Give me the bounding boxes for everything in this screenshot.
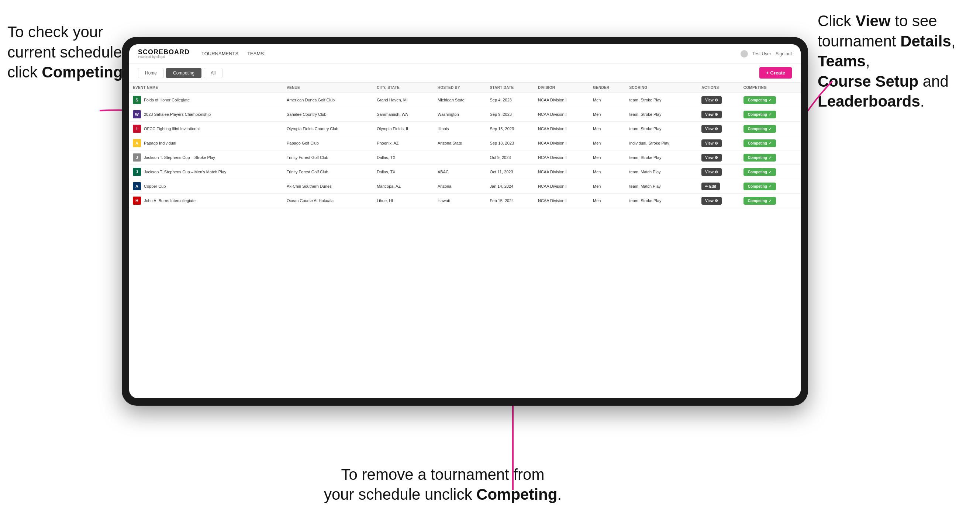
event-name: Folds of Honor Collegiate	[144, 98, 190, 102]
view-button[interactable]: View ⚙	[702, 140, 721, 147]
table-row: J Jackson T. Stephens Cup – Men's Match …	[129, 165, 801, 179]
competing-button[interactable]: Competing	[743, 125, 776, 133]
competing-button[interactable]: Competing	[743, 183, 776, 190]
competing-button[interactable]: Competing	[743, 96, 776, 104]
filter-bar: Home Competing All + Create	[129, 63, 801, 83]
nav-user-name: Test User	[752, 51, 771, 56]
view-button[interactable]: View ⚙	[702, 125, 721, 133]
col-gender: GENDER	[589, 83, 626, 93]
tournaments-table: EVENT NAME VENUE CITY, STATE HOSTED BY S…	[129, 83, 801, 208]
col-city-state: CITY, STATE	[373, 83, 434, 93]
table-row: A Copper Cup Ak-Chin Southern DunesMaric…	[129, 179, 801, 194]
annotation-topleft: To check your current schedule, click Co…	[7, 22, 133, 83]
table-row: W 2023 Sahalee Players Championship Saha…	[129, 107, 801, 122]
competing-button[interactable]: Competing	[743, 168, 776, 176]
table-row: J Jackson T. Stephens Cup – Stroke Play …	[129, 151, 801, 165]
event-name: Copper Cup	[144, 184, 165, 189]
scoreboard-logo: SCOREBOARD Powered by clippd	[138, 49, 190, 59]
table-row: S Folds of Honor Collegiate American Dun…	[129, 93, 801, 107]
table-container[interactable]: EVENT NAME VENUE CITY, STATE HOSTED BY S…	[129, 83, 801, 398]
table-row: H John A. Burns Intercollegiate Ocean Co…	[129, 194, 801, 208]
event-name: Papago Individual	[144, 141, 176, 145]
col-start-date: START DATE	[486, 83, 534, 93]
competing-button[interactable]: Competing	[743, 140, 776, 147]
view-button[interactable]: View ⚙	[702, 154, 721, 162]
view-button[interactable]: View ⚙	[702, 111, 721, 118]
col-hosted-by: HOSTED BY	[434, 83, 486, 93]
nav-links: TOURNAMENTS TEAMS	[202, 49, 741, 58]
view-button[interactable]: View ⚙	[702, 197, 721, 205]
col-venue: VENUE	[283, 83, 373, 93]
view-button[interactable]: View ⚙	[702, 96, 721, 104]
competing-button[interactable]: Competing	[743, 197, 776, 205]
tab-all[interactable]: All	[204, 68, 223, 78]
annotation-bottomcenter: To remove a tournament from your schedul…	[317, 465, 568, 505]
create-button[interactable]: + Create	[759, 67, 792, 79]
competing-button[interactable]: Competing	[743, 111, 776, 118]
tab-home[interactable]: Home	[138, 68, 164, 78]
event-name: John A. Burns Intercollegiate	[144, 198, 196, 203]
nav-right: Test User Sign out	[741, 50, 792, 57]
nav-link-teams[interactable]: TEAMS	[247, 49, 264, 58]
nav-bar: SCOREBOARD Powered by clippd TOURNAMENTS…	[129, 44, 801, 63]
edit-button[interactable]: ✏ Edit	[702, 183, 720, 190]
annotation-topright: Click View to see tournament Details, Te…	[818, 11, 973, 112]
nav-sign-out[interactable]: Sign out	[776, 51, 792, 56]
competing-button[interactable]: Competing	[743, 154, 776, 162]
col-competing: COMPETING	[740, 83, 801, 93]
tablet: SCOREBOARD Powered by clippd TOURNAMENTS…	[122, 37, 808, 406]
view-button[interactable]: View ⚙	[702, 168, 721, 176]
nav-link-tournaments[interactable]: TOURNAMENTS	[202, 49, 239, 58]
col-event-name: EVENT NAME	[129, 83, 283, 93]
table-row: A Papago Individual Papago Golf ClubPhoe…	[129, 136, 801, 151]
event-name: Jackson T. Stephens Cup – Stroke Play	[144, 155, 215, 160]
col-actions: ACTIONS	[698, 83, 740, 93]
table-row: I OFCC Fighting Illini Invitational Olym…	[129, 122, 801, 136]
col-division: DIVISION	[534, 83, 589, 93]
event-name: Jackson T. Stephens Cup – Men's Match Pl…	[144, 170, 226, 174]
event-name: OFCC Fighting Illini Invitational	[144, 127, 200, 131]
col-scoring: SCORING	[626, 83, 698, 93]
tab-competing[interactable]: Competing	[166, 68, 202, 78]
event-name: 2023 Sahalee Players Championship	[144, 112, 211, 116]
filter-tabs: Home Competing All	[138, 68, 223, 78]
tablet-screen: SCOREBOARD Powered by clippd TOURNAMENTS…	[129, 44, 801, 398]
user-icon	[741, 50, 748, 57]
